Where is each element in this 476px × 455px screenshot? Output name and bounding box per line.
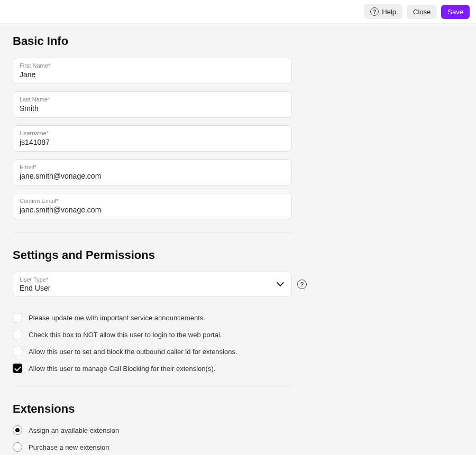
close-button[interactable]: Close: [407, 5, 437, 19]
extensions-section: Extensions Assign an available extension…: [13, 402, 463, 455]
last-name-field[interactable]: Last Name*: [13, 91, 292, 118]
first-name-label: First Name*: [20, 62, 285, 69]
username-label: Username*: [20, 130, 285, 136]
radio-assign-label: Assign an available extension: [29, 426, 119, 434]
confirm-email-label: Confirm Email*: [20, 198, 285, 204]
basic-info-title: Basic Info: [13, 34, 463, 48]
email-label: Email*: [20, 164, 285, 170]
checkbox-row-no-login: Check this box to NOT allow this user to…: [13, 330, 463, 339]
username-field[interactable]: Username*: [13, 125, 292, 152]
extensions-title: Extensions: [13, 402, 463, 416]
checkbox-call-blocking-label: Allow this user to manage Call Blocking …: [29, 365, 215, 373]
radio-purchase-label: Purchase a new extension: [29, 443, 109, 451]
help-icon: ?: [370, 7, 379, 16]
checkbox-announcements-label: Please update me with important service …: [29, 314, 205, 322]
settings-section: Settings and Permissions User Type* End …: [13, 248, 463, 386]
radio-row-purchase: Purchase a new extension: [13, 442, 463, 452]
chevron-down-icon: [278, 281, 284, 287]
username-input[interactable]: [20, 138, 285, 146]
user-type-value: End User: [20, 284, 285, 292]
last-name-input[interactable]: [20, 104, 285, 113]
user-type-row: User Type* End User ?: [13, 272, 463, 297]
save-button[interactable]: Save: [441, 5, 470, 19]
radio-assign[interactable]: [13, 425, 22, 435]
checkbox-call-blocking[interactable]: [13, 364, 22, 373]
checkbox-caller-id[interactable]: [13, 347, 22, 356]
email-input[interactable]: [20, 172, 285, 180]
checkbox-caller-id-label: Allow this user to set and block the out…: [29, 348, 237, 356]
checkbox-no-login[interactable]: [13, 330, 22, 339]
help-label: Help: [382, 8, 396, 16]
checkbox-announcements[interactable]: [13, 313, 22, 322]
settings-checkboxes: Please update me with important service …: [13, 313, 463, 373]
checkbox-no-login-label: Check this box to NOT allow this user to…: [29, 331, 222, 339]
section-divider: [13, 232, 292, 233]
confirm-email-input[interactable]: [20, 206, 285, 214]
email-field[interactable]: Email*: [13, 159, 292, 185]
basic-info-section: Basic Info First Name* Last Name* Userna…: [13, 34, 463, 233]
save-label: Save: [447, 8, 463, 16]
radio-row-assign: Assign an available extension: [13, 425, 463, 435]
section-divider: [13, 386, 292, 386]
first-name-input[interactable]: [20, 70, 285, 79]
checkbox-row-call-blocking: Allow this user to manage Call Blocking …: [13, 364, 463, 373]
content-area: Basic Info First Name* Last Name* Userna…: [0, 24, 476, 455]
user-type-select[interactable]: User Type* End User: [13, 272, 292, 297]
header-bar: ? Help Close Save: [0, 0, 476, 24]
settings-title: Settings and Permissions: [13, 248, 463, 262]
checkbox-row-announcements: Please update me with important service …: [13, 313, 463, 322]
help-button[interactable]: ? Help: [364, 4, 402, 19]
checkbox-row-caller-id: Allow this user to set and block the out…: [13, 347, 463, 356]
close-label: Close: [413, 8, 431, 16]
last-name-label: Last Name*: [20, 96, 285, 103]
radio-purchase[interactable]: [13, 442, 22, 452]
user-type-label: User Type*: [20, 276, 285, 283]
user-type-help-icon[interactable]: ?: [297, 280, 307, 289]
confirm-email-field[interactable]: Confirm Email*: [13, 193, 292, 219]
first-name-field[interactable]: First Name*: [13, 58, 292, 84]
